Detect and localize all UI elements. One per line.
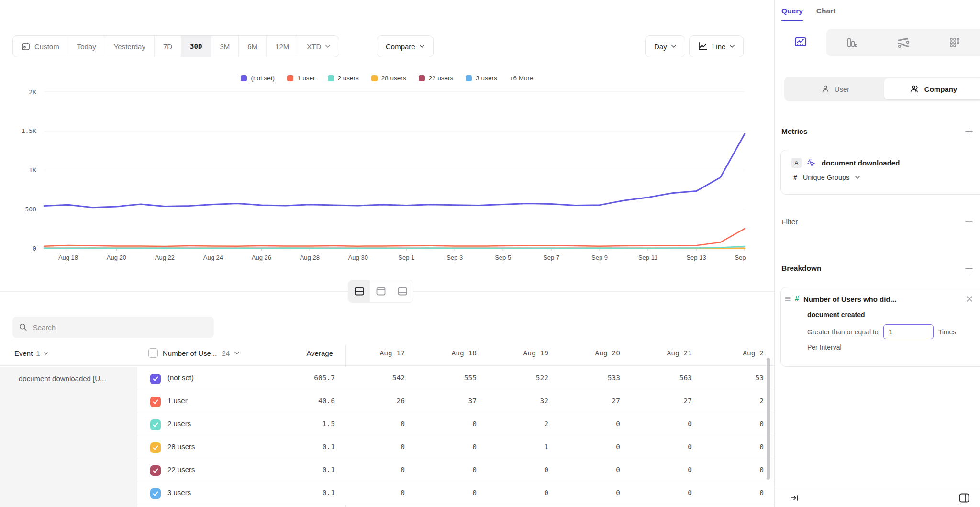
date-column-header: Aug 2 [704, 349, 776, 357]
numeric-property-icon: # [795, 295, 799, 303]
series-label: 22 users [167, 465, 195, 474]
layout-toggle-group [348, 280, 413, 303]
metric-letter-badge: A [791, 158, 802, 168]
layout-split-view-button[interactable] [348, 280, 370, 302]
scope-user-segment[interactable]: User [786, 78, 884, 99]
legend-item[interactable]: 22 users [419, 75, 454, 82]
range-30d[interactable]: 30D [181, 36, 211, 57]
svg-text:Aug 22: Aug 22 [155, 254, 175, 261]
svg-text:Sep 15: Sep 15 [735, 254, 746, 261]
drag-handle-icon[interactable] [785, 297, 791, 301]
series-checkbox[interactable] [150, 397, 161, 407]
tab-query[interactable]: Query [781, 7, 803, 21]
svg-text:Sep 5: Sep 5 [495, 254, 511, 261]
series-checkbox[interactable] [150, 488, 161, 499]
add-breakdown-button[interactable] [965, 264, 973, 273]
check-icon [153, 422, 158, 427]
range-xtd[interactable]: XTD [298, 36, 339, 57]
metric-card[interactable]: A document downloaded # Unique Groups [780, 150, 980, 195]
average-value: 0.1 [263, 466, 335, 474]
filter-heading: Filter [781, 218, 798, 226]
breakdown-heading: Breakdown [781, 264, 822, 273]
legend-label: 2 users [338, 75, 359, 82]
select-all-checkbox[interactable] [148, 348, 158, 358]
range-6m[interactable]: 6M [239, 36, 267, 57]
average-value: 0.1 [263, 443, 335, 451]
svg-text:Sep 7: Sep 7 [543, 254, 559, 261]
cell-value: 32 [489, 397, 561, 405]
tab-chart[interactable]: Chart [816, 7, 835, 21]
legend-item[interactable]: 28 users [371, 75, 406, 82]
chart-legend: (not set)1 user2 users28 users22 users3 … [0, 75, 774, 82]
search-input[interactable] [33, 323, 207, 331]
collapse-panel-button[interactable] [790, 494, 799, 502]
legend-swatch [328, 75, 334, 81]
chart-type-line-tab[interactable] [775, 29, 826, 56]
range-label: 3M [220, 43, 230, 51]
line-chart[interactable]: 05001K1.5K2KAug 18Aug 20Aug 22Aug 24Aug … [14, 90, 746, 266]
range-custom[interactable]: Custom [13, 36, 68, 57]
range-today[interactable]: Today [68, 36, 105, 57]
compare-button[interactable]: Compare [377, 35, 434, 57]
series-label: 1 user [167, 397, 188, 405]
chart-type-grid-tab[interactable] [929, 29, 980, 56]
legend-item[interactable]: 2 users [328, 75, 359, 82]
series-label: 2 users [167, 419, 191, 428]
add-metric-button[interactable] [965, 127, 973, 136]
svg-text:Sep 1: Sep 1 [398, 254, 414, 261]
layout-table-only-button[interactable] [391, 280, 413, 302]
legend-label: (not set) [251, 75, 275, 82]
chart-type-button[interactable]: Line [689, 35, 744, 57]
flow-chart-icon [897, 37, 910, 48]
legend-item[interactable]: 3 users [466, 75, 497, 82]
cell-value: 0 [345, 489, 417, 496]
table-row: 22 users0.1000000 [137, 459, 774, 482]
legend-item[interactable]: (not set) [241, 75, 275, 82]
cell-value: 53 [704, 374, 776, 382]
legend-item[interactable]: 1 user [287, 75, 315, 82]
event-count: 1 [36, 349, 40, 357]
series-checkbox[interactable] [150, 374, 161, 384]
chevron-down-icon [730, 45, 735, 48]
check-icon [153, 399, 158, 404]
range-yesterday[interactable]: Yesterday [105, 36, 155, 57]
legend-swatch [287, 75, 293, 81]
metric-aggregation-row[interactable]: # Unique Groups [781, 168, 980, 181]
cell-value: 0 [417, 489, 489, 496]
chart-type-label: Line [712, 43, 725, 51]
chart-type-bar-tab[interactable] [826, 29, 878, 56]
panel-tabs: Query Chart [781, 7, 835, 21]
top-panel-icon [376, 287, 386, 296]
range-7d[interactable]: 7D [155, 36, 181, 57]
add-filter-button[interactable] [965, 218, 973, 226]
svg-text:Aug 24: Aug 24 [203, 254, 223, 261]
condition-value-input[interactable] [883, 324, 934, 339]
event-click-icon [807, 158, 816, 168]
event-column-header[interactable]: Event 1 [14, 349, 48, 357]
svg-text:Sep 11: Sep 11 [638, 254, 657, 261]
scope-company-segment[interactable]: Company [884, 78, 980, 99]
series-checkbox[interactable] [150, 419, 161, 430]
table-row: 3 users0.1000000 [137, 482, 774, 505]
table-vertical-scrollbar[interactable] [767, 358, 770, 480]
granularity-button[interactable]: Day [645, 35, 685, 57]
query-panel: Query Chart [774, 0, 980, 507]
event-name[interactable]: document downloaded [U... [0, 367, 137, 383]
range-label: 30D [190, 43, 202, 50]
chart-type-flow-tab[interactable] [878, 29, 929, 56]
range-label: Today [77, 43, 96, 51]
layout-chart-only-button[interactable] [370, 280, 391, 302]
cell-value: 26 [345, 397, 417, 405]
legend-more-button[interactable]: +6 More [510, 75, 534, 82]
per-interval-label: Per Interval [781, 339, 980, 351]
range-12m[interactable]: 12M [267, 36, 298, 57]
series-checkbox[interactable] [150, 442, 161, 453]
series-checkbox[interactable] [150, 465, 161, 476]
chevron-down-icon[interactable] [234, 352, 239, 354]
range-3m[interactable]: 3M [211, 36, 239, 57]
close-icon[interactable] [966, 296, 973, 302]
toggle-sidebar-button[interactable] [959, 493, 969, 503]
line-chart-svg: 05001K1.5K2KAug 18Aug 20Aug 22Aug 24Aug … [14, 90, 746, 266]
chevron-down-icon [420, 45, 424, 48]
breakdown-card[interactable]: # Number of Users who did... document cr… [780, 287, 980, 367]
